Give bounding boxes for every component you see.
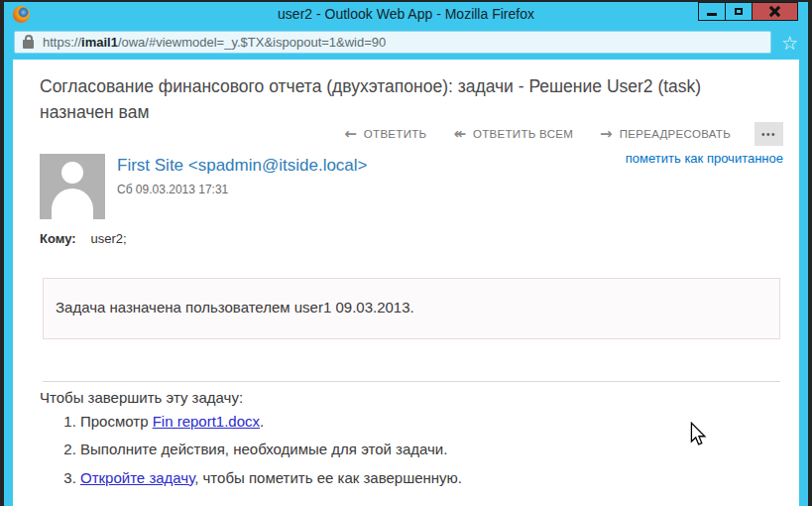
avatar-head: [61, 162, 83, 184]
step-3-suffix: , чтобы пометить ее как завершенную.: [194, 469, 462, 486]
section-divider: [43, 381, 780, 382]
forward-label: ПЕРЕАДРЕСОВАТЬ: [620, 128, 731, 140]
todo-title: Чтобы завершить эту задачу:: [40, 389, 243, 406]
to-label: Кому:: [40, 231, 76, 246]
step-1-text: Просмотр: [80, 413, 153, 430]
reply-arrow-icon: ←: [344, 127, 357, 142]
email-subject: Согласование финансового отчета (двухэта…: [40, 73, 761, 126]
reply-all-label: ОТВЕТИТЬ ВСЕМ: [473, 128, 573, 140]
bookmark-star-icon[interactable]: ☆: [781, 30, 798, 56]
forward-button[interactable]: → ПЕРЕАДРЕСОВАТЬ: [600, 127, 731, 142]
close-button[interactable]: [752, 2, 798, 21]
task-notice-text: Задача назначена пользователем user1 09.…: [44, 279, 779, 316]
recipient-row: Кому:user2;: [40, 231, 127, 246]
step-item-1: Просмотр Fin report1.docx.: [80, 412, 462, 432]
sender-name[interactable]: First Site <spadmin@itside.local>: [117, 156, 368, 176]
reply-label: ОТВЕТИТЬ: [364, 128, 427, 140]
reply-all-button[interactable]: ↞ ОТВЕТИТЬ ВСЕМ: [453, 127, 573, 142]
todo-steps: Просмотр Fin report1.docx. Выполните дей…: [40, 412, 462, 496]
url-bar[interactable]: https://imail1/owa/#viewmodel=_y.$TX&isp…: [14, 31, 771, 54]
lock-icon: [23, 40, 34, 49]
url-host: imail1: [81, 35, 118, 50]
reply-button[interactable]: ← ОТВЕТИТЬ: [344, 127, 426, 142]
email-date: Сб 09.03.2013 17:31: [117, 183, 228, 196]
step-1-suffix: .: [260, 413, 264, 430]
window-title: user2 - Outlook Web App - Mozilla Firefo…: [4, 2, 808, 27]
email-actions: ← ОТВЕТИТЬ ↞ ОТВЕТИТЬ ВСЕМ → ПЕРЕАДРЕСОВ…: [317, 122, 783, 146]
to-value[interactable]: user2;: [91, 231, 127, 246]
navigation-bar: https://imail1/owa/#viewmodel=_y.$TX&isp…: [4, 28, 808, 60]
minimize-button[interactable]: [698, 2, 726, 21]
task-notice-box: Задача назначена пользователем user1 09.…: [43, 278, 780, 339]
mark-as-read-link[interactable]: пометить как прочитанное: [626, 151, 783, 166]
forward-arrow-icon: →: [600, 127, 613, 142]
more-options-icon: •••: [761, 129, 776, 140]
mouse-cursor: [689, 422, 707, 450]
title-bar[interactable]: user2 - Outlook Web App - Mozilla Firefo…: [4, 2, 808, 28]
maximize-button[interactable]: [725, 2, 753, 21]
url-text[interactable]: https://imail1/owa/#viewmodel=_y.$TX&isp…: [43, 35, 386, 50]
sender-avatar: [40, 154, 105, 219]
avatar-shoulders: [52, 189, 93, 219]
step-2-text: Выполните действия, необходимые для этой…: [80, 441, 447, 457]
open-task-link[interactable]: Откройте задачу: [80, 469, 194, 486]
url-rest: /owa/#viewmodel=_y.$TX&ispopout=1&wid=90: [118, 35, 386, 50]
minimize-icon: [707, 13, 717, 16]
browser-window: user2 - Outlook Web App - Mozilla Firefo…: [0, 0, 812, 506]
document-link[interactable]: Fin report1.docx: [153, 413, 260, 430]
url-prefix: https://: [43, 35, 81, 50]
step-item-3: Откройте задачу, чтобы пометить ее как з…: [80, 468, 462, 488]
step-item-2: Выполните действия, необходимые для этой…: [80, 440, 462, 459]
maximize-icon: [735, 8, 743, 15]
more-options-button[interactable]: •••: [754, 122, 783, 146]
email-content: Согласование финансового отчета (двухэта…: [13, 60, 799, 506]
reply-all-arrow-icon: ↞: [453, 127, 466, 142]
window-controls: [699, 2, 798, 21]
close-icon: [768, 5, 781, 18]
